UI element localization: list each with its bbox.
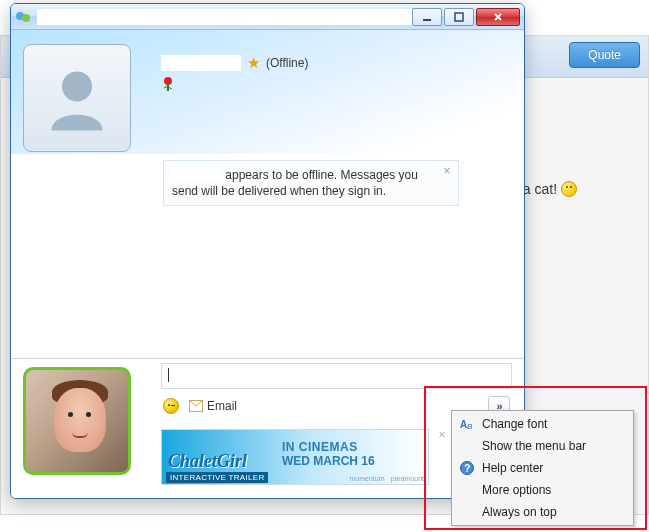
svg-text:B: B <box>467 422 473 431</box>
ad-line1: IN CINEMAS <box>282 440 358 454</box>
titlebar[interactable] <box>11 4 524 30</box>
maximize-button[interactable] <box>444 8 474 26</box>
blank-icon <box>456 435 478 457</box>
star-icon: ★ <box>247 54 260 72</box>
window-title <box>37 9 412 25</box>
menu-label: Help center <box>478 461 623 475</box>
menu-label: More options <box>478 483 623 497</box>
menu-label: Always on top <box>478 505 623 519</box>
ad-tag: INTERACTIVE TRAILER <box>166 472 268 483</box>
contact-header: ★ (Offline) <box>11 30 524 154</box>
ad-banner[interactable]: ChaletGirl IN CINEMAS WED MARCH 16 INTER… <box>161 429 429 485</box>
smile-icon <box>561 181 577 197</box>
notice-close-button[interactable]: × <box>440 165 454 179</box>
minimize-button[interactable] <box>412 8 442 26</box>
menu-item-help-center[interactable]: ? Help center <box>454 457 631 479</box>
menu-item-always-on-top[interactable]: Always on top <box>454 501 631 523</box>
email-label: Email <box>207 399 237 413</box>
svg-rect-2 <box>423 19 431 21</box>
person-placeholder-icon <box>40 61 114 135</box>
menu-item-change-font[interactable]: AB Change font <box>454 413 631 435</box>
quote-button[interactable]: Quote <box>569 42 640 68</box>
text-caret <box>168 368 169 382</box>
conversation-area: appears to be offline. Messages you send… <box>11 154 524 358</box>
app-icon <box>15 9 31 25</box>
menu-label: Change font <box>478 417 623 431</box>
blank-icon <box>456 479 478 501</box>
chat-window: ★ (Offline) appears to be offline. Messa… <box>10 3 525 499</box>
contact-name <box>161 55 241 71</box>
font-icon: AB <box>456 413 478 435</box>
email-button[interactable]: Email <box>189 399 237 413</box>
blank-icon <box>456 501 478 523</box>
ad-close-button[interactable]: × <box>435 429 449 443</box>
close-button[interactable] <box>476 8 520 26</box>
menu-item-show-menubar[interactable]: Show the menu bar <box>454 435 631 457</box>
input-area: Email » ChaletGirl IN CINEMAS WED MARCH … <box>11 358 524 498</box>
self-avatar[interactable] <box>23 367 131 475</box>
help-icon: ? <box>456 457 478 479</box>
ad-logo: ChaletGirl <box>168 451 247 472</box>
svg-rect-3 <box>455 13 463 21</box>
ad-studio-2: paramount <box>391 475 424 482</box>
offline-notice: appears to be offline. Messages you send… <box>163 160 459 206</box>
options-menu: AB Change font Show the menu bar ? Help … <box>451 410 634 526</box>
wink-emoticon-button[interactable] <box>163 398 179 414</box>
redacted-name <box>172 169 222 180</box>
ad-studio-1: momentum <box>350 475 385 482</box>
ad-line2: WED MARCH 16 <box>282 454 375 468</box>
rose-icon <box>161 76 175 95</box>
message-input[interactable] <box>161 363 512 389</box>
svg-point-5 <box>164 77 172 85</box>
svg-point-4 <box>62 71 92 101</box>
menu-label: Show the menu bar <box>478 439 623 453</box>
svg-text:?: ? <box>464 463 470 474</box>
contact-avatar[interactable] <box>23 44 131 152</box>
menu-item-more-options[interactable]: More options <box>454 479 631 501</box>
contact-status: (Offline) <box>266 56 308 70</box>
mail-icon <box>189 400 203 412</box>
svg-point-1 <box>22 14 30 22</box>
